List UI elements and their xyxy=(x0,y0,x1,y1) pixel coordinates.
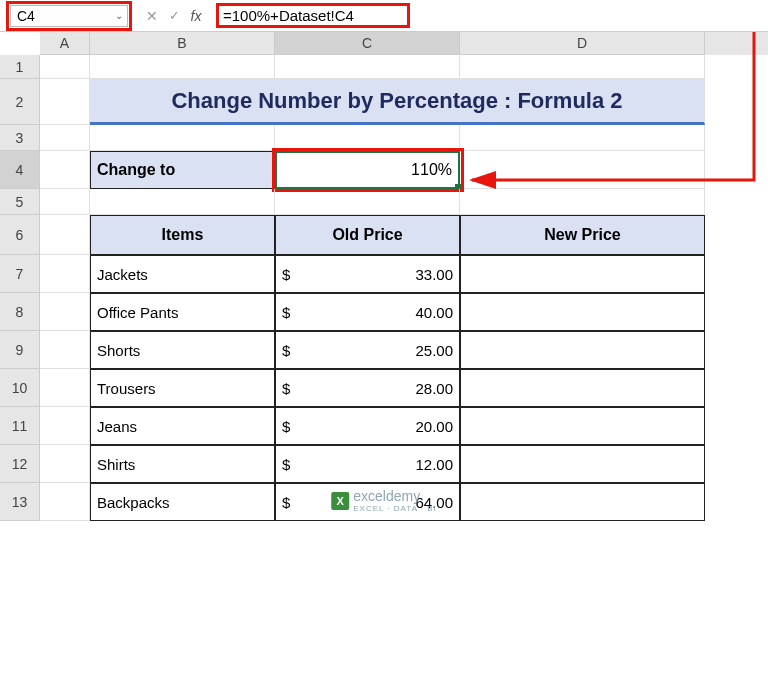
row-header-12[interactable]: 12 xyxy=(0,445,40,483)
column-headers: A B C D xyxy=(40,32,768,55)
row-header-10[interactable]: 10 xyxy=(0,369,40,407)
row-header-2[interactable]: 2 xyxy=(0,79,40,125)
item-name[interactable]: Jackets xyxy=(90,255,275,293)
col-header-D[interactable]: D xyxy=(460,32,705,55)
watermark-brand: exceldemy xyxy=(353,488,437,504)
cell-A10[interactable] xyxy=(40,369,90,407)
old-price[interactable]: $28.00 xyxy=(275,369,460,407)
header-old-price[interactable]: Old Price xyxy=(275,215,460,255)
item-name[interactable]: Shirts xyxy=(90,445,275,483)
cell-C1[interactable] xyxy=(275,55,460,79)
old-price[interactable]: $20.00 xyxy=(275,407,460,445)
header-items[interactable]: Items xyxy=(90,215,275,255)
cell-A3[interactable] xyxy=(40,125,90,151)
header-new-price[interactable]: New Price xyxy=(460,215,705,255)
title-cell[interactable]: Change Number by Percentage : Formula 2 xyxy=(90,79,705,125)
grid-rows: Change Number by Percentage : Formula 2 … xyxy=(40,55,768,521)
cell-A5[interactable] xyxy=(40,189,90,215)
cell-A12[interactable] xyxy=(40,445,90,483)
cell-C3[interactable] xyxy=(275,125,460,151)
cell-B1[interactable] xyxy=(90,55,275,79)
row-header-7[interactable]: 7 xyxy=(0,255,40,293)
col-header-B[interactable]: B xyxy=(90,32,275,55)
cell-D5[interactable] xyxy=(460,189,705,215)
old-price[interactable]: $33.00 xyxy=(275,255,460,293)
item-name[interactable]: Backpacks xyxy=(90,483,275,521)
new-price[interactable] xyxy=(460,483,705,521)
cell-C5[interactable] xyxy=(275,189,460,215)
cell-C4-selected[interactable]: 110% xyxy=(275,151,460,189)
cell-A7[interactable] xyxy=(40,255,90,293)
row-header-3[interactable]: 3 xyxy=(0,125,40,151)
formula-bar: C4 ⌄ ✕ ✓ fx =100%+Dataset!C4 xyxy=(0,0,768,32)
item-name[interactable]: Shorts xyxy=(90,331,275,369)
old-price[interactable]: $12.00 xyxy=(275,445,460,483)
fx-icon[interactable]: fx xyxy=(186,8,206,24)
item-name[interactable]: Jeans xyxy=(90,407,275,445)
excel-logo-icon: X xyxy=(331,492,349,510)
cell-A9[interactable] xyxy=(40,331,90,369)
row-header-8[interactable]: 8 xyxy=(0,293,40,331)
cell-B3[interactable] xyxy=(90,125,275,151)
name-box-value: C4 xyxy=(17,8,35,24)
check-icon[interactable]: ✓ xyxy=(164,8,184,24)
col-header-C[interactable]: C xyxy=(275,32,460,55)
row-header-6[interactable]: 6 xyxy=(0,215,40,255)
formula-input[interactable]: =100%+Dataset!C4 xyxy=(223,7,403,24)
cell-A1[interactable] xyxy=(40,55,90,79)
new-price[interactable] xyxy=(460,445,705,483)
row-header-5[interactable]: 5 xyxy=(0,189,40,215)
formula-input-highlight: =100%+Dataset!C4 xyxy=(216,3,410,28)
cell-D1[interactable] xyxy=(460,55,705,79)
name-box[interactable]: C4 ⌄ xyxy=(10,5,128,27)
cell-A8[interactable] xyxy=(40,293,90,331)
item-name[interactable]: Office Pants xyxy=(90,293,275,331)
row-header-4[interactable]: 4 xyxy=(0,151,40,189)
cell-D3[interactable] xyxy=(460,125,705,151)
chevron-down-icon[interactable]: ⌄ xyxy=(115,10,123,21)
cell-D4[interactable] xyxy=(460,151,705,189)
old-price[interactable]: $25.00 xyxy=(275,331,460,369)
spreadsheet-grid: A B C D 1 2 3 4 5 6 7 8 9 10 11 12 13 xyxy=(0,32,768,521)
watermark: X exceldemy EXCEL · DATA · BI xyxy=(331,488,437,513)
cell-A4[interactable] xyxy=(40,151,90,189)
cancel-icon[interactable]: ✕ xyxy=(142,8,162,24)
new-price[interactable] xyxy=(460,331,705,369)
new-price[interactable] xyxy=(460,293,705,331)
col-header-A[interactable]: A xyxy=(40,32,90,55)
formula-bar-buttons: ✕ ✓ fx xyxy=(138,8,210,24)
new-price[interactable] xyxy=(460,407,705,445)
row-header-13[interactable]: 13 xyxy=(0,483,40,521)
row-header-1[interactable]: 1 xyxy=(0,55,40,79)
old-price[interactable]: $40.00 xyxy=(275,293,460,331)
row-header-9[interactable]: 9 xyxy=(0,331,40,369)
change-to-label[interactable]: Change to xyxy=(90,151,275,189)
row-header-11[interactable]: 11 xyxy=(0,407,40,445)
cell-A6[interactable] xyxy=(40,215,90,255)
item-name[interactable]: Trousers xyxy=(90,369,275,407)
row-headers: 1 2 3 4 5 6 7 8 9 10 11 12 13 xyxy=(0,55,40,521)
cell-A2[interactable] xyxy=(40,79,90,125)
watermark-sub: EXCEL · DATA · BI xyxy=(353,504,437,513)
cell-A13[interactable] xyxy=(40,483,90,521)
new-price[interactable] xyxy=(460,255,705,293)
name-box-highlight: C4 ⌄ xyxy=(6,1,132,31)
cell-B5[interactable] xyxy=(90,189,275,215)
new-price[interactable] xyxy=(460,369,705,407)
cell-A11[interactable] xyxy=(40,407,90,445)
